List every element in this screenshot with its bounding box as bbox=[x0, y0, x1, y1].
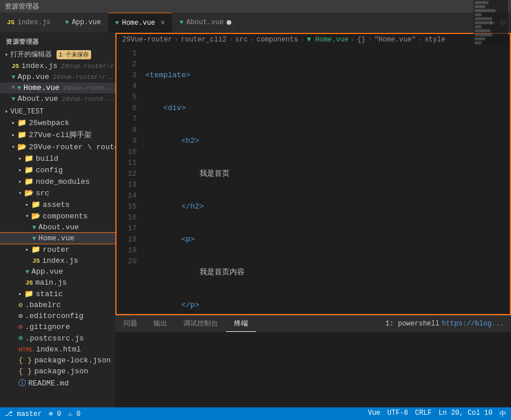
folder-config[interactable]: 📁 config bbox=[0, 164, 115, 176]
file-babelrc[interactable]: ⚙ .babelrc bbox=[0, 300, 115, 311]
title-label: 资源管理器 bbox=[5, 2, 39, 12]
open-file-index-js[interactable]: JS index.js 29Vue-router\r... bbox=[0, 60, 115, 71]
folder-icon: 📂 bbox=[17, 142, 27, 152]
js-file-icon: JS bbox=[25, 279, 33, 286]
tab-label: About.vue bbox=[186, 18, 224, 27]
js-file-icon: JS bbox=[12, 63, 19, 70]
panel-right-info: 1: powershell https://blog... bbox=[378, 316, 511, 332]
file-about-vue[interactable]: ▼ About.vue bbox=[0, 222, 115, 233]
folder-27vue-cli[interactable]: 📁 27Vue-cli脚手架 bbox=[0, 128, 115, 141]
line-numbers: 12345 678910 1112131415 1617181920 bbox=[117, 46, 142, 314]
folder-icon: 📂 bbox=[24, 188, 33, 198]
vue-file-icon: ▼ bbox=[12, 74, 16, 81]
folder-node-modules[interactable]: 📁 node_modules bbox=[0, 176, 115, 187]
modified-dot bbox=[227, 20, 231, 25]
modified-indicator: × bbox=[12, 85, 15, 91]
vue-file-icon: ▼ bbox=[17, 85, 21, 92]
gear-icon: ⚙ bbox=[18, 312, 22, 320]
unsaved-badge: 1 个未保存 bbox=[57, 50, 91, 59]
arrow-down-icon bbox=[18, 190, 22, 196]
vue-icon: ▼ bbox=[65, 19, 69, 26]
file-package-lock-json[interactable]: { } package-lock.json bbox=[0, 355, 115, 366]
file-postcssrc[interactable]: ⊛ .postcssrc.js bbox=[0, 332, 115, 344]
html-icon: HTML bbox=[18, 346, 33, 353]
status-bar: ⎇ master ⊗ 0 ⚠ 0 Vue UTF-8 CRLF Ln 20, C… bbox=[0, 407, 511, 420]
vue-file-icon: ▼ bbox=[32, 235, 36, 242]
folder-icon: 📂 bbox=[31, 211, 40, 221]
vue-test-header[interactable]: VUE_TEST bbox=[0, 107, 115, 117]
arrow-down-icon bbox=[5, 108, 8, 115]
title-bar: 资源管理器 bbox=[0, 0, 511, 13]
warning-count: ⚠ 0 bbox=[68, 410, 81, 418]
tab-index-js[interactable]: JS index.js bbox=[0, 13, 58, 32]
tab-problems[interactable]: 问题 bbox=[115, 316, 145, 332]
tab-label: Home.vue bbox=[122, 19, 155, 27]
file-index-html[interactable]: HTML index.html bbox=[0, 344, 115, 355]
open-editors-header[interactable]: 打开的编辑器 1 个未保存 bbox=[0, 48, 115, 60]
arrow-right-icon bbox=[18, 155, 22, 162]
json-icon: { } bbox=[18, 367, 32, 376]
folder-src[interactable]: 📂 src bbox=[0, 187, 115, 199]
open-file-about-vue[interactable]: ▼ About.vue 29Vue-route... bbox=[0, 93, 115, 104]
editor-area: 29Vue-router › router_cli2 › src › compo… bbox=[115, 33, 511, 407]
file-editorconfig[interactable]: ⚙ .editorconfig bbox=[0, 311, 115, 321]
arrow-right-icon bbox=[12, 131, 15, 138]
folder-icon: 📁 bbox=[31, 245, 40, 254]
folder-static[interactable]: 📁 static bbox=[0, 288, 115, 300]
js-icon: JS bbox=[7, 19, 14, 26]
arrow-right-icon bbox=[25, 201, 29, 208]
file-package-json[interactable]: { } package.json bbox=[0, 366, 115, 377]
folder-components[interactable]: 📂 components bbox=[0, 210, 115, 222]
folder-29vue-router[interactable]: 📂 29Vue-router \ router_cli2 bbox=[0, 141, 115, 153]
file-main-js[interactable]: JS main.js bbox=[0, 277, 115, 288]
vue-file-icon: ▼ bbox=[25, 268, 29, 275]
vue-file-icon: ▼ bbox=[32, 224, 36, 231]
sidebar-header: 资源管理器 bbox=[0, 33, 115, 48]
tab-close-icon[interactable]: × bbox=[160, 18, 165, 28]
tab-bar: JS index.js ▼ App.vue ▼ Home.vue × ▼ Abo… bbox=[0, 13, 511, 33]
file-readme[interactable]: ⓘ README.md bbox=[0, 377, 115, 389]
terminal-content[interactable] bbox=[115, 332, 511, 407]
folder-router[interactable]: 📁 router bbox=[0, 244, 115, 255]
status-right: Vue UTF-8 CRLF Ln 20, Col 10 中 bbox=[368, 409, 506, 419]
tab-terminal[interactable]: 终端 bbox=[226, 316, 256, 332]
file-home-vue[interactable]: ▼ Home.vue → bbox=[0, 233, 115, 244]
code-editor[interactable]: 12345 678910 1112131415 1617181920 <temp… bbox=[115, 46, 511, 315]
info-icon: ⓘ bbox=[18, 378, 26, 388]
git-icon: ⚙ bbox=[18, 323, 22, 331]
folder-icon: 📁 bbox=[24, 154, 33, 163]
open-file-app-vue[interactable]: ▼ App.vue 29Vue-router\r... bbox=[0, 71, 115, 82]
folder-26webpack[interactable]: 📁 26webpack bbox=[0, 117, 115, 128]
breadcrumb: 29Vue-router › router_cli2 › src › compo… bbox=[115, 33, 511, 46]
arrow-down-icon bbox=[25, 213, 29, 220]
arrow-right-icon bbox=[12, 119, 15, 126]
folder-assets[interactable]: 📁 assets bbox=[0, 199, 115, 210]
locale: 中 bbox=[499, 409, 506, 419]
arrow-right-icon bbox=[25, 246, 29, 253]
tab-debug-console[interactable]: 调试控制台 bbox=[175, 316, 226, 332]
open-file-home-vue[interactable]: × ▼ Home.vue 29Vue-route... bbox=[0, 82, 115, 93]
folder-icon: 📁 bbox=[31, 200, 40, 209]
language: Vue bbox=[368, 409, 381, 419]
bottom-panel: 问题 输出 调试控制台 终端 1: powershell https://blo… bbox=[115, 315, 511, 407]
error-count: ⊗ 0 bbox=[48, 410, 61, 418]
dot-icon: ⊛ bbox=[18, 334, 23, 343]
line-ending: CRLF bbox=[415, 409, 432, 419]
arrow-right-icon bbox=[18, 167, 22, 173]
config-icon: ⚙ bbox=[18, 301, 22, 309]
tab-output[interactable]: 输出 bbox=[145, 316, 175, 332]
file-gitignore[interactable]: ⚙ .gitignore bbox=[0, 321, 115, 332]
tab-about-vue[interactable]: ▼ About.vue bbox=[172, 13, 238, 32]
file-app-vue[interactable]: ▼ App.vue bbox=[0, 266, 115, 277]
tab-app-vue[interactable]: ▼ App.vue bbox=[58, 13, 108, 32]
tab-home-vue[interactable]: ▼ Home.vue × bbox=[108, 13, 173, 32]
folder-icon: 📁 bbox=[24, 289, 33, 298]
file-router-index-js[interactable]: JS index.js bbox=[0, 255, 115, 266]
tab-label: App.vue bbox=[72, 18, 100, 27]
folder-icon: 📁 bbox=[17, 130, 27, 139]
folder-build[interactable]: 📁 build bbox=[0, 153, 115, 164]
arrow-right-icon bbox=[18, 178, 22, 185]
arrow-right-icon bbox=[18, 290, 22, 297]
js-file-icon: JS bbox=[32, 258, 40, 264]
git-branch: ⎇ master bbox=[5, 410, 42, 418]
